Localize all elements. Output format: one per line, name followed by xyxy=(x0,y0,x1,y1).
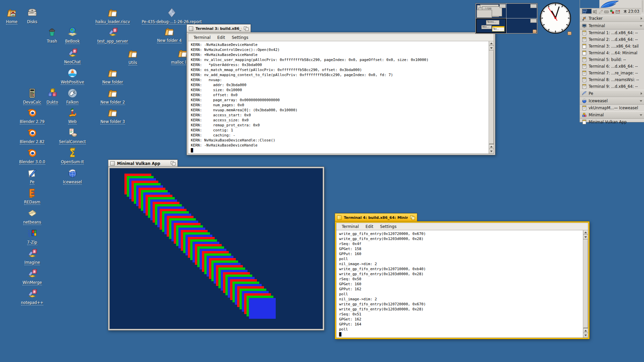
keyboard-icon[interactable] xyxy=(604,9,609,14)
vulkan-titlebar[interactable]: Minimal Vulkan App xyxy=(108,160,178,167)
zoom-icon[interactable] xyxy=(244,26,249,31)
haiku-leaf-logo-icon[interactable] xyxy=(600,0,620,8)
folder-icon xyxy=(107,7,119,19)
expander-down-icon[interactable] xyxy=(640,100,642,102)
menu-terminal[interactable]: Terminal xyxy=(190,34,214,41)
deskbar-item-pe[interactable]: Pe xyxy=(580,90,644,97)
deskbar-item-iceweasel[interactable]: Iceweasel xyxy=(580,97,644,105)
desktop-icon-label: SerialConnect xyxy=(32,139,113,144)
deskbar[interactable]: 23:03 TrackerTerminalTerminal 1: ...d.x8… xyxy=(580,0,644,122)
mail-icon[interactable] xyxy=(615,9,620,14)
workspace-cell-2[interactable] xyxy=(506,4,537,18)
vulkan-window[interactable] xyxy=(108,167,324,330)
folder-icon xyxy=(163,25,175,38)
notes-icon[interactable] xyxy=(598,9,603,14)
deskbar-item-label: Terminal 1: ...d.x86_64: -- xyxy=(589,31,638,35)
deskbar-item-terminal-4-64-minimal[interactable]: Terminal 4: ...64: Minimal xyxy=(580,50,644,56)
clock-grip-hand-icon[interactable] xyxy=(568,32,572,35)
workspace-cell-1[interactable]: ...i.cpp xyxy=(476,4,506,18)
expander-down-icon[interactable] xyxy=(640,114,642,116)
terminal3-output[interactable]: KERN: -NvHaikuBaseDeviceHandle KERN: NvH… xyxy=(188,41,489,154)
scroll-up-icon[interactable] xyxy=(489,41,494,46)
scroll-down-icon[interactable] xyxy=(489,149,494,154)
package-icon: ? xyxy=(26,247,38,259)
desktop-icon-label: OpenSum-It xyxy=(32,160,113,164)
package-icon: ? xyxy=(66,47,78,59)
workspace-cell-3[interactable]: Termi...Min...Ter... xyxy=(476,18,506,33)
scroll-down-icon[interactable] xyxy=(489,46,494,51)
svg-text:?: ? xyxy=(34,250,35,253)
folder-icon xyxy=(107,107,119,119)
menu-edit[interactable]: Edit xyxy=(214,34,228,41)
menu-edit[interactable]: Edit xyxy=(362,223,377,230)
deskbar-item-vkunmapm-iceweasel[interactable]: vkUnmapM...— Iceweasel xyxy=(580,105,644,111)
zoom-icon[interactable] xyxy=(410,216,415,220)
terminal3-window[interactable]: TerminalEditSettings KERN: -NvHaikuBaseD… xyxy=(186,32,495,155)
svg-text:?: ? xyxy=(34,290,35,294)
deskbar-item-terminal-1-d-x86-64[interactable]: Terminal 1: ...d.x86_64: -- xyxy=(580,29,644,36)
desktop-icon-label: Utils xyxy=(93,60,173,65)
terminal3-menubar: TerminalEditSettings xyxy=(188,34,494,41)
scrollbar-thumb[interactable] xyxy=(489,51,494,144)
close-icon[interactable] xyxy=(110,161,115,166)
terminal4-output[interactable]: write_gp_fifo_entry(0x120720000, 0x670) … xyxy=(336,230,583,338)
deskbar-item-terminal-3-x86-64-tail[interactable]: Terminal 3: ....x86_64: tail xyxy=(580,43,644,50)
desktop-icon-label: Pe-435-debug-...1-26-26.report xyxy=(131,19,212,24)
scroll-up-icon[interactable] xyxy=(583,230,588,235)
desktop-icon-label: 7-Zip xyxy=(0,240,72,245)
workspaces-grip-hand-icon[interactable] xyxy=(533,29,537,33)
terminal3-titlebar[interactable]: Terminal 3: build.x86_64: tail xyxy=(186,24,251,33)
deskbar-item-label: Terminal 5: build: -- xyxy=(589,57,626,62)
analog-clock[interactable] xyxy=(539,1,572,36)
web-icon xyxy=(66,107,78,119)
redasm-icon xyxy=(26,187,38,199)
deskbar-item-label: Iceweasel xyxy=(589,99,608,103)
deskbar-item-terminal-2-d-x86-64[interactable]: Terminal 2: ...d.x86_64: -- xyxy=(580,36,644,43)
zoom-icon[interactable] xyxy=(171,161,175,166)
deskbar-tray[interactable]: 23:03 xyxy=(581,8,641,14)
trash-icon xyxy=(46,26,58,38)
close-icon[interactable] xyxy=(337,216,341,220)
deskbar-item-label: Terminal 4: ...64: Minimal xyxy=(589,51,637,55)
menu-terminal[interactable]: Terminal xyxy=(338,223,362,230)
deskbar-item-terminal[interactable]: Terminal xyxy=(580,22,644,29)
tray-clock[interactable]: 23:03 xyxy=(623,9,640,14)
deskbar-item-terminal-9-d-x86-64[interactable]: Terminal 9: ...d.x86_64: -- xyxy=(580,83,644,90)
scroll-up-icon[interactable] xyxy=(583,328,588,333)
expander-right-icon[interactable] xyxy=(641,92,642,95)
scroll-down-icon[interactable] xyxy=(583,333,588,338)
scroll-up-icon[interactable] xyxy=(489,144,494,149)
expander-down-icon[interactable] xyxy=(640,25,642,27)
menu-settings[interactable]: Settings xyxy=(228,34,252,41)
scroll-down-icon[interactable] xyxy=(583,235,588,240)
deskbar-item-minimal[interactable]: Minimal xyxy=(580,111,644,119)
disks-icon xyxy=(26,7,38,19)
desktop-icon-label: New folder 3 xyxy=(72,119,153,124)
terminal4-titlebar[interactable]: Terminal 4: build.x86_64: Minimal xyxy=(335,213,417,222)
deskbar-item-terminal-5-build[interactable]: Terminal 5: build: -- xyxy=(580,56,644,63)
desktop-icon-label: New folder 2 xyxy=(72,100,153,105)
folder-icon xyxy=(127,48,139,60)
terminal4-scrollbar[interactable] xyxy=(583,230,588,338)
tray-workspaces-icon[interactable] xyxy=(582,9,592,14)
terminal3-scrollbar[interactable] xyxy=(489,41,494,154)
doc-lines-icon xyxy=(582,57,587,62)
volume-icon[interactable] xyxy=(593,9,597,14)
deskbar-grip-handle[interactable] xyxy=(642,1,643,13)
package-icon: ? xyxy=(26,288,38,300)
deskbar-item-tracker[interactable]: Tracker xyxy=(580,15,644,22)
deskbar-item-minimal-vulkan-app[interactable]: Minimal Vulkan App xyxy=(580,119,644,125)
deskbar-item-terminal-7-re-image[interactable]: Terminal 7: ...re_image: -- xyxy=(580,70,644,76)
workspaces-applet[interactable]: ...i.cppTermi...Min...Ter... xyxy=(476,3,537,34)
terminal4-window[interactable]: TerminalEditSettings write_gp_fifo_entry… xyxy=(335,221,590,339)
expander-right-icon[interactable] xyxy=(641,17,642,20)
deskbar-item-terminal-6-d-x86-64[interactable]: Terminal 6: ...d.x86_64: -- xyxy=(580,63,644,70)
close-icon[interactable] xyxy=(189,26,193,31)
vulkan-rect-blue xyxy=(249,298,276,319)
menu-settings[interactable]: Settings xyxy=(377,223,400,230)
process-controller-icon[interactable] xyxy=(610,9,614,14)
workspace-mini-deskbar xyxy=(530,19,537,23)
deskbar-item-terminal-8-reamswsi[interactable]: Terminal 8: ...reamsWsi: -- xyxy=(580,76,644,83)
scrollbar-thumb[interactable] xyxy=(583,240,588,328)
workspace-mini-deskbar xyxy=(499,4,506,8)
